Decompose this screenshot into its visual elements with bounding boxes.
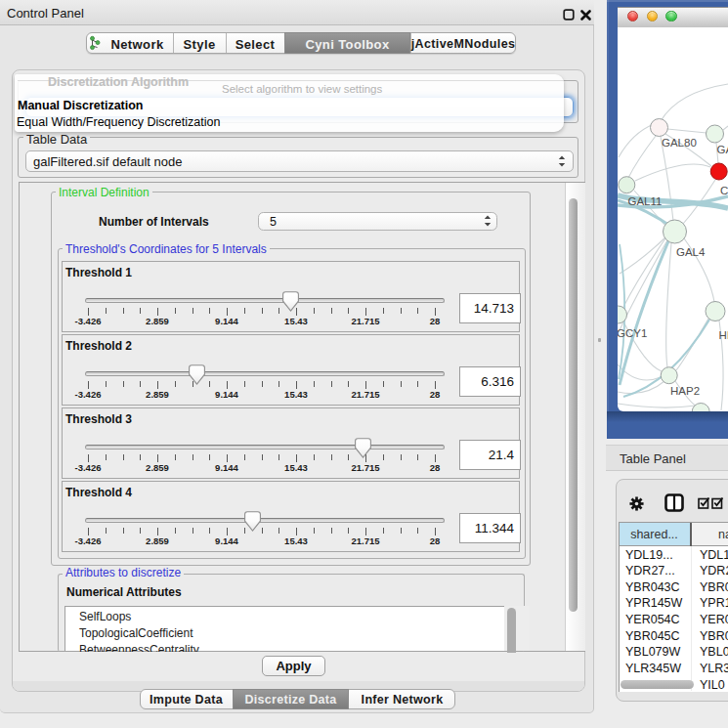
- svg-text:GA: GA: [717, 144, 728, 155]
- svg-text:C: C: [720, 184, 728, 195]
- svg-text:GAL11: GAL11: [628, 195, 663, 207]
- svg-text:GCY1: GCY1: [618, 327, 647, 339]
- svg-text:GAL4: GAL4: [676, 246, 706, 258]
- svg-text:HAP2: HAP2: [670, 384, 700, 396]
- svg-text:GAL80: GAL80: [662, 137, 697, 149]
- svg-text:HI: HI: [719, 328, 728, 340]
